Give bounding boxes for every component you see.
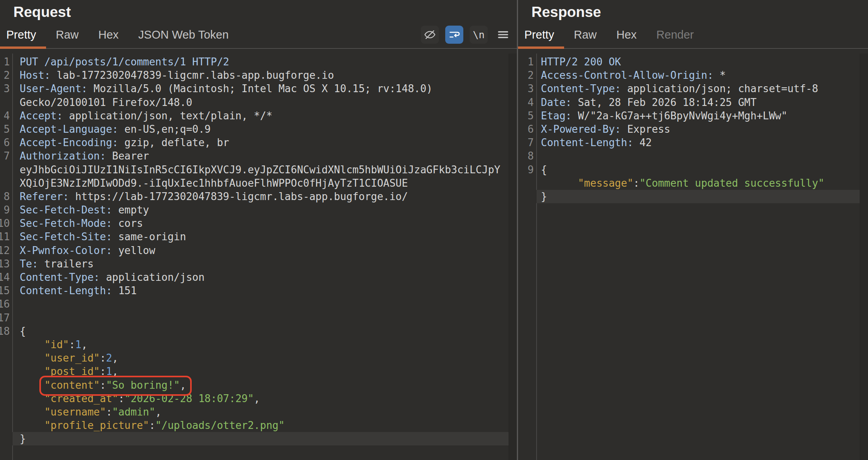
line-number: 16 <box>0 297 10 311</box>
code-line[interactable]: 12X-Pwnfox-Color: yellow <box>0 244 517 257</box>
code-line[interactable]: "user_id":2, <box>0 351 517 365</box>
request-tabbar: PrettyRawHexJSON Web Token <box>0 21 517 49</box>
code-line[interactable]: 9{ <box>518 163 868 176</box>
response-scrollbar[interactable] <box>860 54 868 460</box>
wrap-glyph-icon <box>448 28 461 41</box>
line-number: 15 <box>0 284 10 297</box>
line-number: 10 <box>0 217 10 230</box>
code-line[interactable]: "profile_picture":"/uploads/otter2.png" <box>0 419 517 432</box>
line-number: 5 <box>520 109 534 122</box>
code-line[interactable]: 2Host: lab-1772302047839-ligcmr.labs-app… <box>0 69 517 82</box>
tab-pretty[interactable]: Pretty <box>0 21 46 48</box>
code-line[interactable]: XQiOjE3NzIzMDIwODd9.-iIqUxIec1hhbfAuoeFl… <box>0 176 517 190</box>
menu-icon[interactable] <box>494 26 512 44</box>
code-line[interactable]: 1HTTP/2 200 OK <box>518 55 868 69</box>
tab-render[interactable]: Render <box>646 21 703 48</box>
request-editor[interactable]: 1PUT /api/posts/1/comments/1 HTTP/22Host… <box>0 54 517 460</box>
request-toolbar: \n <box>421 21 517 48</box>
line-number: 2 <box>0 69 10 82</box>
word-wrap-icon[interactable] <box>445 26 463 44</box>
line-number: 11 <box>0 230 10 243</box>
code-line[interactable]: "id":1, <box>0 338 517 351</box>
newline-toggle-icon[interactable]: \n <box>470 26 488 44</box>
request-scrollbar[interactable] <box>509 54 517 460</box>
annotation-highlight-box: "content":"So boring!", <box>39 376 192 396</box>
line-number: 17 <box>0 311 10 325</box>
line-number: 3 <box>0 82 10 95</box>
code-line[interactable]: 8 <box>518 149 868 163</box>
line-number: 9 <box>0 203 10 217</box>
line-number: 6 <box>520 122 534 136</box>
code-line[interactable]: 4Date: Sat, 28 Feb 2026 18:14:25 GMT <box>518 96 868 109</box>
code-line[interactable]: 14Content-Type: application/json <box>0 271 517 284</box>
tab-hex[interactable]: Hex <box>89 21 129 48</box>
line-number: 2 <box>520 69 534 82</box>
code-line[interactable]: 7Content-Length: 42 <box>518 136 868 149</box>
line-number: 3 <box>520 82 534 95</box>
line-number: 8 <box>0 190 10 203</box>
code-line[interactable]: } <box>518 190 868 203</box>
http-message-viewer: Request PrettyRawHexJSON Web Token <box>0 0 868 460</box>
code-line[interactable]: 7Authorization: Bearer <box>0 149 517 163</box>
line-number: 7 <box>520 136 534 149</box>
line-number: 5 <box>0 122 10 136</box>
hamburger-icon <box>496 28 510 41</box>
code-line[interactable]: 10Sec-Fetch-Mode: cors <box>0 217 517 230</box>
code-line[interactable]: 18{ <box>0 325 517 338</box>
code-line[interactable]: 2Access-Control-Allow-Origin: * <box>518 69 868 82</box>
code-line[interactable]: 9Sec-Fetch-Dest: empty <box>0 203 517 217</box>
code-line[interactable]: 4Accept: application/json, text/plain, *… <box>0 109 517 122</box>
tab-json-web-token[interactable]: JSON Web Token <box>128 21 238 48</box>
code-line[interactable]: 6X-Powered-By: Express <box>518 122 868 136</box>
tab-pretty[interactable]: Pretty <box>518 21 564 48</box>
code-line[interactable]: 15Content-Length: 151 <box>0 284 517 297</box>
code-line[interactable]: 13Te: trailers <box>0 257 517 271</box>
code-line[interactable]: "username":"admin", <box>0 405 517 419</box>
code-line[interactable]: 3Content-Type: application/json; charset… <box>518 82 868 95</box>
code-line[interactable]: 16 <box>0 297 517 311</box>
response-tabbar: PrettyRawHexRender <box>518 21 868 49</box>
newline-label: \n <box>473 29 485 41</box>
code-line[interactable]: 1PUT /api/posts/1/comments/1 HTTP/2 <box>0 55 517 69</box>
line-number: 12 <box>0 244 10 257</box>
code-line[interactable]: 3User-Agent: Mozilla/5.0 (Macintosh; Int… <box>0 82 517 95</box>
eye-slash-icon <box>424 28 436 41</box>
line-number: 8 <box>520 149 534 163</box>
line-number: 6 <box>0 136 10 149</box>
code-line[interactable]: } <box>0 432 517 445</box>
line-number: 7 <box>0 149 10 163</box>
code-line[interactable]: 8Referer: https://lab-1772302047839-ligc… <box>0 190 517 203</box>
tab-raw[interactable]: Raw <box>46 21 89 48</box>
request-title: Request <box>0 0 517 21</box>
response-editor[interactable]: 1HTTP/2 200 OK2Access-Control-Allow-Orig… <box>518 54 868 460</box>
code-line[interactable]: 5Accept-Language: en-US,en;q=0.9 <box>0 122 517 136</box>
line-number: 9 <box>520 163 534 176</box>
line-number: 1 <box>520 55 534 69</box>
code-line[interactable]: eyJhbGciOiJIUzI1NiIsInR5cCI6IkpXVCJ9.eyJ… <box>0 163 517 176</box>
code-line[interactable]: 17 <box>0 311 517 325</box>
code-line[interactable]: 6Accept-Encoding: gzip, deflate, br <box>0 136 517 149</box>
tab-raw[interactable]: Raw <box>564 21 607 48</box>
code-line[interactable]: "content":"So boring!", <box>0 378 517 392</box>
line-number: 18 <box>0 325 10 338</box>
code-line[interactable]: 11Sec-Fetch-Site: same-origin <box>0 230 517 243</box>
code-line[interactable]: Gecko/20100101 Firefox/148.0 <box>0 96 517 109</box>
response-panel: Response PrettyRawHexRender 1HTTP/2 200 … <box>518 0 868 460</box>
line-number: 4 <box>0 109 10 122</box>
line-number: 14 <box>0 271 10 284</box>
code-line[interactable]: 5Etag: W/"2a-kG7a++tj6BpyNvWgi4y+Mgh+LWw… <box>518 109 868 122</box>
tab-hex[interactable]: Hex <box>607 21 647 48</box>
response-title: Response <box>518 0 868 21</box>
line-number: 1 <box>0 55 10 69</box>
line-number: 4 <box>520 96 534 109</box>
request-panel: Request PrettyRawHexJSON Web Token <box>0 0 517 460</box>
line-number: 13 <box>0 257 10 271</box>
hide-nonprintable-icon[interactable] <box>421 26 439 44</box>
code-line[interactable]: "message":"Comment updated successfully" <box>518 176 868 190</box>
